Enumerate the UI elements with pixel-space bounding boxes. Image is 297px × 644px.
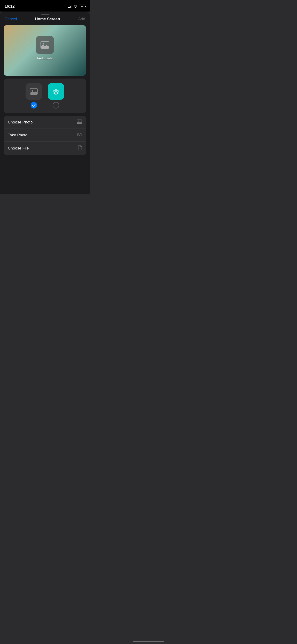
icon-options: [26, 83, 64, 108]
add-button[interactable]: Add: [78, 17, 85, 22]
svg-point-1: [42, 43, 44, 44]
preview-card: Fretboards: [4, 25, 86, 76]
icon-thumbnail-teal[interactable]: [48, 83, 64, 100]
take-photo-label: Take Photo: [8, 133, 28, 138]
radio-teal-unselected[interactable]: [53, 102, 59, 108]
cancel-button[interactable]: Cancel: [4, 17, 17, 22]
signal-bars-icon: [68, 5, 72, 8]
svg-point-6: [79, 134, 80, 136]
dynamic-island: [31, 2, 59, 10]
choose-photo-label: Choose Photo: [8, 120, 33, 124]
wifi-icon: [74, 4, 77, 8]
battery-icon: 99: [79, 4, 85, 8]
modal-sheet: Cancel Home Screen Add Fretboards: [0, 12, 90, 194]
photo-icon: [77, 120, 82, 125]
icon-selector-card: [4, 78, 86, 113]
radio-photo-selected[interactable]: [30, 102, 37, 108]
preview-icon-container: Fretboards: [36, 36, 54, 60]
app-name-label: Fretboards: [37, 56, 53, 60]
choose-file-label: Choose File: [8, 146, 29, 151]
action-list: Choose Photo Take Photo Choose File: [4, 116, 86, 155]
sheet-handle: [41, 14, 49, 15]
sheet-header: Cancel Home Screen Add: [0, 16, 90, 25]
svg-point-3: [32, 90, 33, 91]
page-title: Home Screen: [35, 17, 60, 22]
icon-thumbnail-photo[interactable]: [26, 83, 42, 100]
camera-icon: [77, 132, 82, 138]
status-time: 16:12: [4, 4, 14, 9]
sheet-handle-area: [0, 12, 90, 16]
svg-point-5: [78, 121, 79, 122]
status-bar: 16:12 99: [0, 0, 90, 12]
choose-file-item[interactable]: Choose File: [4, 142, 86, 155]
file-icon: [78, 145, 82, 151]
take-photo-item[interactable]: Take Photo: [4, 129, 86, 142]
choose-photo-item[interactable]: Choose Photo: [4, 116, 86, 129]
app-icon-preview: [36, 36, 54, 54]
status-icons: 99: [68, 4, 85, 8]
icon-option-teal: [48, 83, 64, 108]
icon-option-photo: [26, 83, 42, 108]
